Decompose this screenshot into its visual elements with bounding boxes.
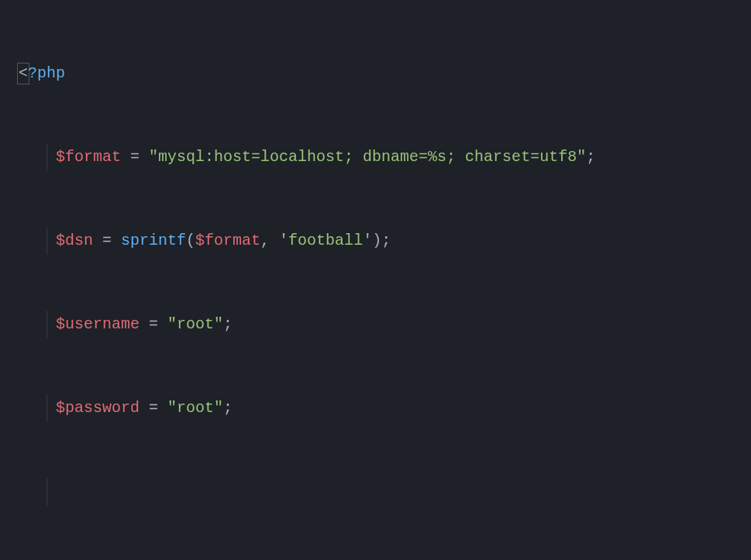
code-line[interactable]: $username = "root";	[19, 311, 751, 338]
string-literal: 'football'	[279, 232, 372, 249]
string-literal: "root"	[167, 399, 223, 417]
code-line[interactable]	[19, 478, 751, 506]
string-literal: "root"	[167, 315, 223, 333]
php-open-text: ?php	[28, 64, 65, 82]
php-open-tag: <	[19, 60, 28, 88]
code-line[interactable]: <?php	[19, 60, 751, 88]
code-line[interactable]: $password = "root";	[19, 394, 751, 422]
var-dsn: $dsn	[56, 232, 93, 249]
var-format: $format	[56, 148, 121, 166]
string-literal: "mysql:host=localhost; dbname=%s; charse…	[149, 148, 586, 166]
var-password: $password	[56, 399, 140, 417]
fn-sprintf: sprintf	[121, 232, 186, 249]
code-editor[interactable]: <?php $format = "mysql:host=localhost; d…	[0, 0, 751, 560]
code-line[interactable]: $dsn = sprintf($format, 'football');	[19, 227, 751, 255]
var-username: $username	[56, 315, 140, 333]
code-line[interactable]: $format = "mysql:host=localhost; dbname=…	[19, 143, 751, 171]
